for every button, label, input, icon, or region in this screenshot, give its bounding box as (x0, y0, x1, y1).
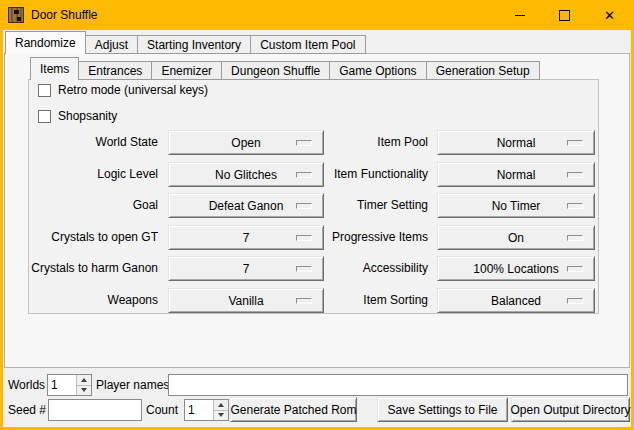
progressive-items-dropdown[interactable]: On (437, 225, 595, 250)
dropdown-indicator-icon (567, 266, 583, 272)
tab-dungeon-shuffle[interactable]: Dungeon Shuffle (222, 61, 330, 80)
count-input[interactable] (185, 400, 213, 420)
crystals-ganon-label: Crystals to harm Ganon (30, 256, 162, 281)
minimize-button[interactable] (497, 0, 542, 30)
crystals-gt-label: Crystals to open GT (30, 225, 162, 250)
shopsanity-checkbox-box[interactable] (38, 110, 51, 123)
item-functionality-label: Item Functionality (300, 162, 432, 187)
seed-input[interactable] (48, 399, 142, 421)
generate-patched-rom-button[interactable]: Generate Patched Rom (230, 397, 357, 422)
count-spin-buttons (213, 400, 228, 420)
tab-adjust[interactable]: Adjust (86, 35, 138, 54)
window-border-left (0, 30, 3, 430)
dropdown-indicator-icon (567, 298, 583, 304)
tab-items[interactable]: Items (30, 57, 79, 80)
minimize-icon (515, 15, 525, 16)
outer-tab-bar: Randomize Adjust Starting Inventory Cust… (5, 31, 366, 54)
crystals-gt-value: 7 (243, 231, 250, 245)
accessibility-label: Accessibility (300, 256, 432, 281)
player-names-label: Player names (96, 374, 169, 396)
item-sorting-label: Item Sorting (300, 288, 432, 313)
door-app-icon (8, 7, 24, 23)
tab-entrances[interactable]: Entrances (79, 61, 152, 80)
count-decrement-button[interactable] (214, 410, 228, 421)
world-state-value: Open (231, 136, 260, 150)
window-title: Door Shuffle (31, 8, 98, 22)
shopsanity-checkbox[interactable]: Shopsanity (38, 109, 117, 123)
window-controls: ✕ (497, 0, 632, 30)
worlds-increment-button[interactable] (77, 375, 91, 385)
inner-tab-bar: Items Entrances Enemizer Dungeon Shuffle… (30, 57, 540, 80)
item-pool-value: Normal (497, 136, 536, 150)
dropdown-indicator-icon (567, 235, 583, 241)
weapons-value: Vanilla (228, 294, 263, 308)
worlds-spin-buttons (76, 375, 91, 395)
close-icon: ✕ (604, 9, 615, 22)
crystals-ganon-value: 7 (243, 262, 250, 276)
item-sorting-dropdown[interactable]: Balanced (437, 288, 595, 313)
item-functionality-value: Normal (497, 168, 536, 182)
door-shuffle-window: Door Shuffle ✕ Randomize Adjust Starting… (0, 0, 634, 430)
worlds-spinbox[interactable] (47, 374, 92, 396)
item-pool-dropdown[interactable]: Normal (437, 130, 595, 155)
world-state-label: World State (30, 130, 162, 155)
progressive-items-value: On (508, 231, 524, 245)
dropdown-indicator-icon (567, 172, 583, 178)
goal-label: Goal (30, 193, 162, 218)
goal-value: Defeat Ganon (209, 199, 284, 213)
worlds-label: Worlds (8, 374, 45, 396)
seed-label: Seed # (8, 399, 46, 421)
tab-game-options[interactable]: Game Options (330, 61, 426, 80)
count-increment-button[interactable] (214, 400, 228, 410)
player-names-input[interactable] (168, 374, 628, 396)
worlds-input[interactable] (48, 375, 76, 395)
close-button[interactable]: ✕ (587, 0, 632, 30)
retro-mode-checkbox-box[interactable] (38, 84, 51, 97)
tab-custom-item-pool[interactable]: Custom Item Pool (251, 35, 365, 54)
logic-level-label: Logic Level (30, 162, 162, 187)
tab-starting-inventory[interactable]: Starting Inventory (138, 35, 251, 54)
tab-generation-setup[interactable]: Generation Setup (427, 61, 540, 80)
timer-setting-label: Timer Setting (300, 193, 432, 218)
retro-mode-checkbox[interactable]: Retro mode (universal keys) (38, 83, 208, 97)
worlds-decrement-button[interactable] (77, 385, 91, 396)
item-functionality-dropdown[interactable]: Normal (437, 162, 595, 187)
dropdown-indicator-icon (567, 203, 583, 209)
tab-enemizer[interactable]: Enemizer (152, 61, 222, 80)
arrow-up-icon (81, 378, 87, 382)
maximize-icon (559, 10, 570, 21)
shopsanity-label: Shopsanity (58, 109, 117, 123)
count-label: Count (146, 399, 178, 421)
arrow-down-icon (81, 388, 87, 392)
timer-setting-dropdown[interactable]: No Timer (437, 193, 595, 218)
save-settings-button[interactable]: Save Settings to File (377, 397, 508, 422)
dropdown-indicator-icon (567, 140, 583, 146)
maximize-button[interactable] (542, 0, 587, 30)
progressive-items-label: Progressive Items (300, 225, 432, 250)
weapons-label: Weapons (30, 288, 162, 313)
accessibility-value: 100% Locations (473, 262, 558, 276)
open-output-directory-button[interactable]: Open Output Directory (511, 397, 630, 422)
titlebar[interactable]: Door Shuffle ✕ (0, 0, 634, 30)
arrow-up-icon (218, 403, 224, 407)
arrow-down-icon (218, 413, 224, 417)
timer-setting-value: No Timer (492, 199, 541, 213)
tab-randomize[interactable]: Randomize (5, 31, 86, 54)
accessibility-dropdown[interactable]: 100% Locations (437, 256, 595, 281)
count-spinbox[interactable] (184, 399, 229, 421)
item-pool-label: Item Pool (300, 130, 432, 155)
item-sorting-value: Balanced (491, 294, 541, 308)
logic-level-value: No Glitches (215, 168, 277, 182)
retro-mode-label: Retro mode (universal keys) (58, 83, 208, 97)
